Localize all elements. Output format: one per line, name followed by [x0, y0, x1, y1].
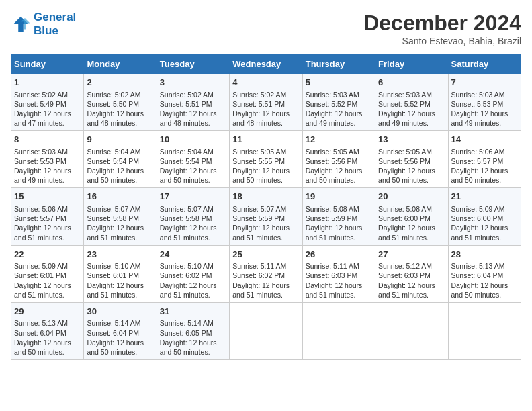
calendar-cell: 18Sunrise: 5:07 AMSunset: 5:59 PMDayligh… — [230, 188, 302, 245]
day-info: and 48 minutes. — [160, 118, 226, 128]
day-info: Sunrise: 5:14 AM — [87, 318, 153, 328]
day-info: Sunset: 5:51 PM — [232, 99, 299, 109]
day-info: Sunrise: 5:14 AM — [160, 318, 226, 328]
day-info: Sunrise: 5:11 AM — [232, 261, 299, 271]
day-info: Sunrise: 5:10 AM — [87, 261, 153, 271]
day-info: Daylight: 12 hours — [14, 338, 81, 347]
day-info: and 51 minutes. — [306, 290, 372, 300]
col-sunday: Sunday — [11, 55, 84, 74]
header: General Blue December 2024 Santo Estevao… — [11, 11, 521, 46]
day-info: and 51 minutes. — [160, 233, 226, 242]
calendar-cell: 2Sunrise: 5:02 AMSunset: 5:50 PMDaylight… — [84, 74, 157, 131]
calendar-cell — [302, 302, 375, 359]
day-info: Daylight: 12 hours — [451, 223, 518, 232]
day-info: and 50 minutes. — [87, 347, 153, 357]
day-number: 13 — [378, 134, 445, 146]
day-info: Daylight: 12 hours — [87, 166, 153, 175]
day-info: Sunrise: 5:12 AM — [378, 261, 445, 271]
day-info: and 51 minutes. — [306, 233, 372, 242]
day-info: and 51 minutes. — [232, 290, 299, 300]
day-info: Sunset: 5:52 PM — [378, 99, 445, 109]
day-info: Daylight: 12 hours — [451, 166, 518, 175]
col-friday: Friday — [375, 55, 448, 74]
calendar-cell: 22Sunrise: 5:09 AMSunset: 6:01 PMDayligh… — [11, 245, 84, 302]
calendar-cell: 1Sunrise: 5:02 AMSunset: 5:49 PMDaylight… — [11, 74, 84, 131]
day-info: Daylight: 12 hours — [87, 338, 153, 347]
day-info: Sunset: 5:55 PM — [232, 156, 299, 166]
calendar-cell — [448, 302, 521, 359]
day-info: Daylight: 12 hours — [160, 281, 226, 290]
day-number: 30 — [87, 306, 153, 318]
calendar-cell: 23Sunrise: 5:10 AMSunset: 6:01 PMDayligh… — [84, 245, 157, 302]
calendar-cell: 26Sunrise: 5:11 AMSunset: 6:03 PMDayligh… — [302, 245, 375, 302]
day-info: and 51 minutes. — [378, 290, 445, 300]
day-info: Daylight: 12 hours — [160, 338, 226, 347]
day-number: 27 — [378, 248, 445, 261]
day-info: Daylight: 12 hours — [14, 109, 81, 118]
day-info: Sunset: 5:53 PM — [451, 99, 518, 109]
day-info: Sunset: 6:02 PM — [160, 271, 226, 280]
day-info: Sunset: 5:57 PM — [14, 214, 81, 223]
day-info: Sunset: 5:54 PM — [87, 156, 153, 166]
day-info: and 50 minutes. — [232, 175, 299, 185]
day-number: 15 — [14, 191, 81, 203]
table-row: 8Sunrise: 5:03 AMSunset: 5:53 PMDaylight… — [11, 131, 521, 188]
calendar-cell: 31Sunrise: 5:14 AMSunset: 6:05 PMDayligh… — [157, 302, 229, 359]
logo-text-line2: Blue — [34, 24, 76, 38]
day-info: Sunset: 6:00 PM — [378, 214, 445, 223]
day-number: 11 — [232, 134, 299, 146]
calendar-cell: 17Sunrise: 5:07 AMSunset: 5:58 PMDayligh… — [157, 188, 229, 245]
table-row: 15Sunrise: 5:06 AMSunset: 5:57 PMDayligh… — [11, 188, 521, 245]
svg-marker-0 — [13, 17, 29, 32]
day-number: 19 — [306, 191, 372, 203]
day-info: Sunrise: 5:03 AM — [14, 147, 81, 156]
day-info: Daylight: 12 hours — [378, 166, 445, 175]
calendar-cell: 21Sunrise: 5:09 AMSunset: 6:00 PMDayligh… — [448, 188, 521, 245]
table-row: 1Sunrise: 5:02 AMSunset: 5:49 PMDaylight… — [11, 74, 521, 131]
day-number: 6 — [378, 77, 445, 89]
day-number: 20 — [378, 191, 445, 203]
month-title: December 2024 — [363, 11, 521, 36]
day-info: Daylight: 12 hours — [378, 281, 445, 290]
day-info: Sunset: 6:03 PM — [378, 271, 445, 280]
day-info: Daylight: 12 hours — [451, 281, 518, 290]
day-info: and 50 minutes. — [160, 347, 226, 357]
day-info: Sunrise: 5:13 AM — [14, 318, 81, 328]
calendar-table: Sunday Monday Tuesday Wednesday Thursday… — [11, 54, 521, 360]
day-info: Sunset: 5:50 PM — [87, 99, 153, 109]
day-info: Daylight: 12 hours — [232, 166, 299, 175]
day-info: Sunset: 5:49 PM — [14, 99, 81, 109]
calendar-cell: 12Sunrise: 5:05 AMSunset: 5:56 PMDayligh… — [302, 131, 375, 188]
day-info: Sunset: 5:58 PM — [160, 214, 226, 223]
day-info: and 50 minutes. — [160, 175, 226, 185]
day-info: and 50 minutes. — [451, 175, 518, 185]
day-info: Sunset: 6:01 PM — [14, 271, 81, 280]
col-thursday: Thursday — [302, 55, 375, 74]
col-tuesday: Tuesday — [157, 55, 229, 74]
calendar-cell: 14Sunrise: 5:06 AMSunset: 5:57 PMDayligh… — [448, 131, 521, 188]
day-info: Daylight: 12 hours — [232, 281, 299, 290]
day-info: Daylight: 12 hours — [87, 281, 153, 290]
day-number: 22 — [14, 248, 81, 261]
day-info: Sunrise: 5:08 AM — [306, 204, 372, 214]
day-info: Sunrise: 5:02 AM — [232, 90, 299, 99]
day-info: Daylight: 12 hours — [306, 281, 372, 290]
day-info: Sunset: 5:54 PM — [160, 156, 226, 166]
day-info: Sunset: 5:51 PM — [160, 99, 226, 109]
calendar-cell: 13Sunrise: 5:05 AMSunset: 5:56 PMDayligh… — [375, 131, 448, 188]
day-number: 4 — [232, 77, 299, 89]
day-info: Sunrise: 5:10 AM — [160, 261, 226, 271]
day-info: and 51 minutes. — [378, 233, 445, 242]
day-info: Sunrise: 5:03 AM — [306, 90, 372, 99]
day-info: Daylight: 12 hours — [378, 109, 445, 118]
day-info: Daylight: 12 hours — [160, 109, 226, 118]
day-number: 5 — [306, 77, 372, 89]
day-info: Sunset: 6:02 PM — [232, 271, 299, 280]
day-number: 23 — [87, 248, 153, 261]
logo-icon — [11, 14, 31, 34]
col-wednesday: Wednesday — [230, 55, 302, 74]
day-number: 2 — [87, 77, 153, 89]
day-info: Sunset: 5:52 PM — [306, 99, 372, 109]
day-info: Daylight: 12 hours — [378, 223, 445, 232]
calendar-cell — [230, 302, 302, 359]
